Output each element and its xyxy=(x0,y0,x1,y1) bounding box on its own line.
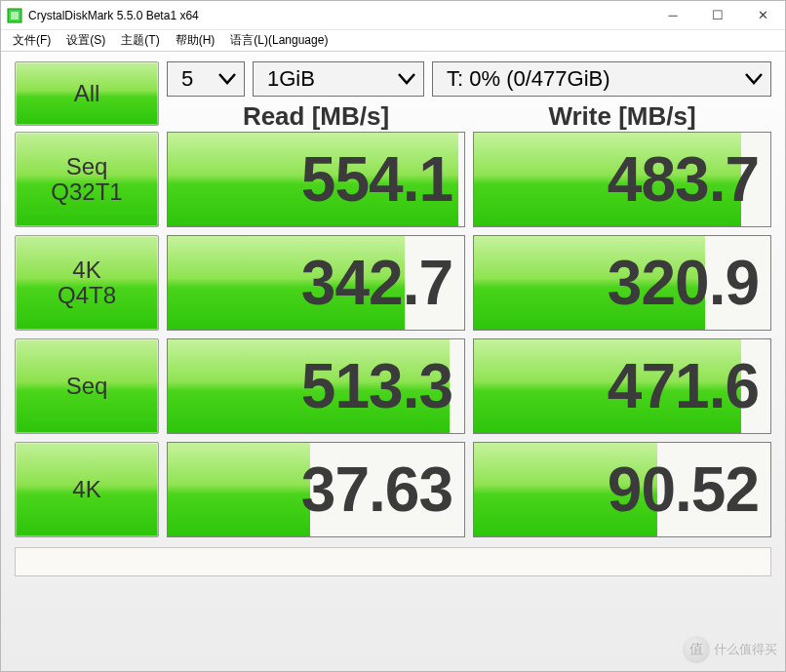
test-label-line1: Seq xyxy=(66,154,108,179)
test-button[interactable]: 4KQ4T8 xyxy=(15,235,159,331)
minimize-button[interactable]: ─ xyxy=(650,1,695,30)
test-label-line1: 4K xyxy=(72,257,100,283)
read-header: Read [MB/s] xyxy=(167,101,465,132)
result-row: Seq513.3471.6 xyxy=(15,338,771,434)
chevron-down-icon xyxy=(398,73,415,85)
close-button[interactable]: ✕ xyxy=(740,1,785,30)
all-button-label: All xyxy=(74,80,100,107)
test-label-line1: 4K xyxy=(72,477,100,502)
window-title: CrystalDiskMark 5.5.0 Beta1 x64 xyxy=(28,9,650,22)
test-label-line2: Q32T1 xyxy=(51,179,122,205)
result-row: 4KQ4T8342.7320.9 xyxy=(15,235,771,331)
read-value-cell: 37.63 xyxy=(167,442,465,537)
test-label-line1: Seq xyxy=(66,374,108,399)
write-value-cell: 471.6 xyxy=(473,338,771,434)
write-header: Write [MB/s] xyxy=(473,101,771,132)
svg-rect-1 xyxy=(11,12,19,20)
write-value: 320.9 xyxy=(608,247,759,319)
selects-wrap: 5 1GiB T: 0% (0/477GiB) Read [MB/s] Writ… xyxy=(167,61,771,126)
test-button[interactable]: SeqQ32T1 xyxy=(15,132,159,227)
value-bar xyxy=(168,443,310,536)
size-value: 1GiB xyxy=(267,66,315,92)
menu-help[interactable]: 帮助(H) xyxy=(168,30,223,51)
read-value-cell: 342.7 xyxy=(167,235,465,331)
write-value: 483.7 xyxy=(608,143,759,216)
menubar: 文件(F) 设置(S) 主题(T) 帮助(H) 语言(L)(Language) xyxy=(1,30,785,52)
window-controls: ─ ☐ ✕ xyxy=(650,1,785,30)
menu-language[interactable]: 语言(L)(Language) xyxy=(222,30,335,51)
loops-value: 5 xyxy=(181,66,193,92)
result-rows: SeqQ32T1554.1483.74KQ4T8342.7320.9Seq513… xyxy=(15,132,771,537)
drive-value: T: 0% (0/477GiB) xyxy=(447,66,610,92)
write-value-cell: 483.7 xyxy=(473,132,771,227)
status-bar xyxy=(15,547,771,576)
titlebar: CrystalDiskMark 5.5.0 Beta1 x64 ─ ☐ ✕ xyxy=(1,1,785,30)
watermark: 值 什么值得买 xyxy=(683,636,777,663)
read-value-cell: 513.3 xyxy=(167,338,465,434)
chevron-down-icon xyxy=(745,73,763,85)
chevron-down-icon xyxy=(218,73,236,85)
write-value-cell: 90.52 xyxy=(473,442,771,537)
app-icon xyxy=(7,8,22,23)
top-row: All 5 1GiB T: 0% (0/477GiB) xyxy=(15,61,771,126)
watermark-text: 什么值得买 xyxy=(714,641,777,658)
menu-theme[interactable]: 主题(T) xyxy=(113,30,167,51)
selects-row: 5 1GiB T: 0% (0/477GiB) xyxy=(167,61,771,97)
client-area: All 5 1GiB T: 0% (0/477GiB) xyxy=(1,52,785,671)
read-value: 37.63 xyxy=(301,454,452,526)
column-headers: Read [MB/s] Write [MB/s] xyxy=(167,102,771,132)
read-value-cell: 554.1 xyxy=(167,132,465,227)
maximize-button[interactable]: ☐ xyxy=(695,1,740,30)
read-value: 554.1 xyxy=(301,143,452,216)
result-row: 4K37.6390.52 xyxy=(15,442,771,537)
test-button[interactable]: 4K xyxy=(15,442,159,537)
read-value: 342.7 xyxy=(301,247,452,319)
read-value: 513.3 xyxy=(301,350,452,422)
app-window: CrystalDiskMark 5.5.0 Beta1 x64 ─ ☐ ✕ 文件… xyxy=(0,0,786,672)
drive-select[interactable]: T: 0% (0/477GiB) xyxy=(432,61,771,97)
menu-file[interactable]: 文件(F) xyxy=(5,30,59,51)
all-button[interactable]: All xyxy=(15,61,159,126)
write-value-cell: 320.9 xyxy=(473,235,771,331)
result-row: SeqQ32T1554.1483.7 xyxy=(15,132,771,227)
menu-settings[interactable]: 设置(S) xyxy=(59,30,113,51)
write-value: 471.6 xyxy=(608,350,759,422)
watermark-coin: 值 xyxy=(683,636,710,663)
write-value: 90.52 xyxy=(608,454,759,526)
size-select[interactable]: 1GiB xyxy=(253,61,424,97)
test-label-line2: Q4T8 xyxy=(58,283,116,308)
loops-select[interactable]: 5 xyxy=(167,61,245,97)
test-button[interactable]: Seq xyxy=(15,338,159,434)
